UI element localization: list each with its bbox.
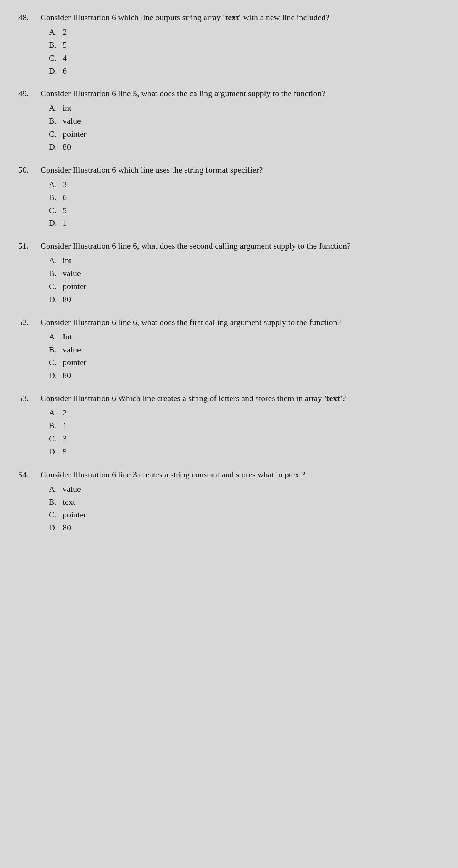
option-value: pointer <box>63 356 86 369</box>
option-54-0: A.value <box>49 483 440 495</box>
options-49: A.intB.valueC.pointerD.80 <box>49 102 440 153</box>
options-54: A.valueB.textC.pointerD.80 <box>49 483 440 534</box>
question-text-53: 53.Consider Illustration 6 Which line cr… <box>18 392 440 404</box>
question-text-50: 50.Consider Illustration 6 which line us… <box>18 164 440 176</box>
option-48-2: C.4 <box>49 52 440 64</box>
option-label: D. <box>49 65 63 77</box>
option-value: 3 <box>63 178 67 191</box>
question-number-52: 52. <box>18 316 40 328</box>
option-label: C. <box>49 128 63 140</box>
option-label: D. <box>49 293 63 305</box>
option-label: C. <box>49 52 63 64</box>
option-50-2: C.5 <box>49 204 440 217</box>
question-text-54: 54.Consider Illustration 6 line 3 create… <box>18 469 440 481</box>
question-block-52: 52.Consider Illustration 6 line 6, what … <box>18 316 440 381</box>
question-number-51: 51. <box>18 240 40 252</box>
option-label: B. <box>49 420 63 432</box>
question-number-50: 50. <box>18 164 40 176</box>
option-value: pointer <box>63 128 86 140</box>
option-48-3: D.6 <box>49 65 440 77</box>
option-label: A. <box>49 331 63 343</box>
question-body-48: Consider Illustration 6 which line outpu… <box>40 11 440 24</box>
option-label: B. <box>49 39 63 51</box>
options-51: A.intB.valueC.pointerD.80 <box>49 254 440 305</box>
question-block-53: 53.Consider Illustration 6 Which line cr… <box>18 392 440 457</box>
option-label: B. <box>49 496 63 508</box>
option-48-0: A.2 <box>49 26 440 38</box>
question-text-49: 49.Consider Illustration 6 line 5, what … <box>18 87 440 100</box>
option-54-3: D.80 <box>49 522 440 534</box>
question-text-51: 51.Consider Illustration 6 line 6, what … <box>18 240 440 252</box>
question-block-49: 49.Consider Illustration 6 line 5, what … <box>18 87 440 153</box>
options-48: A.2B.5C.4D.6 <box>49 26 440 77</box>
question-body-50: Consider Illustration 6 which line uses … <box>40 164 440 176</box>
option-51-0: A.int <box>49 254 440 267</box>
option-label: D. <box>49 522 63 534</box>
option-53-1: B.1 <box>49 420 440 432</box>
question-block-50: 50.Consider Illustration 6 which line us… <box>18 164 440 229</box>
question-text-52: 52.Consider Illustration 6 line 6, what … <box>18 316 440 328</box>
option-54-2: C.pointer <box>49 509 440 521</box>
option-label: C. <box>49 356 63 369</box>
option-value: value <box>63 483 81 495</box>
option-label: C. <box>49 509 63 521</box>
option-value: value <box>63 344 81 356</box>
question-body-52: Consider Illustration 6 line 6, what doe… <box>40 316 440 328</box>
option-value: pointer <box>63 280 86 293</box>
question-number-49: 49. <box>18 87 40 100</box>
option-label: A. <box>49 483 63 495</box>
question-block-51: 51.Consider Illustration 6 line 6, what … <box>18 240 440 305</box>
question-block-54: 54.Consider Illustration 6 line 3 create… <box>18 469 440 534</box>
option-label: A. <box>49 102 63 114</box>
option-value: 1 <box>63 217 67 229</box>
option-label: D. <box>49 217 63 229</box>
option-value: 5 <box>63 204 67 217</box>
option-value: 6 <box>63 65 67 77</box>
option-value: value <box>63 267 81 280</box>
option-label: A. <box>49 254 63 267</box>
question-body-49: Consider Illustration 6 line 5, what doe… <box>40 87 440 100</box>
option-label: A. <box>49 407 63 419</box>
question-number-48: 48. <box>18 11 40 24</box>
option-value: value <box>63 115 81 127</box>
options-50: A.3B.6C.5D.1 <box>49 178 440 230</box>
option-53-2: C.3 <box>49 433 440 445</box>
question-text-48: 48.Consider Illustration 6 which line ou… <box>18 11 440 24</box>
question-body-54: Consider Illustration 6 line 3 creates a… <box>40 469 440 481</box>
option-label: D. <box>49 446 63 458</box>
option-54-1: B.text <box>49 496 440 508</box>
option-value: 4 <box>63 52 67 64</box>
option-value: 80 <box>63 522 71 534</box>
option-label: D. <box>49 369 63 381</box>
option-value: 5 <box>63 39 67 51</box>
question-body-53: Consider Illustration 6 Which line creat… <box>40 392 440 404</box>
option-value: text <box>63 496 75 508</box>
option-value: 1 <box>63 420 67 432</box>
option-51-1: B.value <box>49 267 440 280</box>
option-label: A. <box>49 26 63 38</box>
option-value: pointer <box>63 509 86 521</box>
questions-container: 48.Consider Illustration 6 which line ou… <box>18 11 440 534</box>
question-block-48: 48.Consider Illustration 6 which line ou… <box>18 11 440 77</box>
option-label: C. <box>49 280 63 293</box>
options-53: A.2B.1C.3D.5 <box>49 407 440 458</box>
option-52-2: C.pointer <box>49 356 440 369</box>
question-number-53: 53. <box>18 392 40 404</box>
option-50-3: D.1 <box>49 217 440 229</box>
option-52-3: D.80 <box>49 369 440 381</box>
option-label: B. <box>49 191 63 204</box>
option-label: A. <box>49 178 63 191</box>
option-50-0: A.3 <box>49 178 440 191</box>
option-value: 80 <box>63 293 71 305</box>
option-52-1: B.value <box>49 344 440 356</box>
option-value: Int <box>63 331 72 343</box>
option-label: D. <box>49 141 63 153</box>
option-label: B. <box>49 267 63 280</box>
option-51-3: D.80 <box>49 293 440 305</box>
option-49-2: C.pointer <box>49 128 440 140</box>
option-value: 80 <box>63 369 71 381</box>
option-52-0: A.Int <box>49 331 440 343</box>
option-49-0: A.int <box>49 102 440 114</box>
option-value: 2 <box>63 407 67 419</box>
option-value: 5 <box>63 446 67 458</box>
